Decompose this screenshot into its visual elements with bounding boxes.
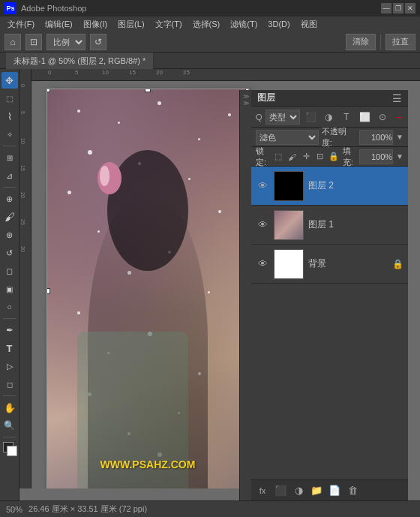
lock-position-btn[interactable]: ✛: [301, 149, 312, 164]
gradient-tool[interactable]: ▣: [2, 281, 18, 297]
toolbar: ✥ ⬚ ⌇ ✧ ⊞ ⊿ ⊕ 🖌 ⊛ ↺ ◻ ▣ ○ ✒ T ▷ ◻ ✋ 🔍: [0, 69, 20, 500]
menu-type[interactable]: 文字(T): [151, 17, 187, 32]
magic-wand-tool[interactable]: ✧: [2, 126, 18, 143]
straighten-button[interactable]: 拉直: [386, 34, 416, 50]
opacity-chevron[interactable]: ▼: [396, 133, 404, 141]
search-icon: Q: [256, 113, 262, 122]
add-layer-button[interactable]: 📄: [326, 482, 343, 499]
transform-handle-tl[interactable]: [46, 89, 50, 92]
crop-tool[interactable]: ⊞: [2, 149, 18, 166]
smart-filter-icon[interactable]: ⊙: [375, 110, 390, 125]
layer-1-visibility[interactable]: 👁: [256, 218, 269, 232]
document-tab-bar: 未标题-1 @ 50% (图层 2, RGB/8#) *: [0, 53, 420, 69]
canvas-image[interactable]: WWW.PSAHZ.COM: [46, 89, 249, 488]
menu-edit[interactable]: 编辑(E): [40, 17, 77, 32]
layer-item-1[interactable]: 👁 图层 1: [251, 206, 408, 245]
clear-button[interactable]: 清除: [346, 34, 376, 50]
pixel-filter-icon[interactable]: ⬛: [303, 110, 318, 125]
delete-layer-button[interactable]: 🗑: [344, 482, 361, 499]
divider: [3, 187, 16, 188]
adj-filter-icon[interactable]: ◑: [321, 110, 336, 125]
layer-item-bg[interactable]: 👁 背景 🔒: [251, 245, 408, 284]
document-tab[interactable]: 未标题-1 @ 50% (图层 2, RGB/8#) *: [6, 53, 154, 69]
menu-view[interactable]: 视图: [296, 17, 322, 32]
bg-visibility[interactable]: 👁: [256, 257, 269, 271]
fx-button[interactable]: fx: [254, 482, 271, 499]
divider: [3, 437, 16, 437]
opacity-input[interactable]: [359, 130, 393, 145]
home-button[interactable]: ⌂: [4, 34, 21, 50]
pen-tool[interactable]: ✒: [2, 322, 18, 338]
layers-title: 图层: [257, 92, 275, 104]
layer-1-thumbnail: [274, 210, 304, 240]
menu-select[interactable]: 选择(S): [188, 17, 225, 32]
brush-tool[interactable]: 🖌: [2, 209, 18, 225]
minimize-button[interactable]: —: [381, 3, 392, 14]
fill-label: 填充:: [343, 146, 356, 168]
lock-artboard-btn[interactable]: ⊡: [314, 149, 326, 164]
transform-button[interactable]: ⊡: [26, 34, 42, 50]
close-button[interactable]: ✕: [405, 3, 416, 14]
eyedropper-tool[interactable]: ⊿: [2, 167, 18, 184]
app-title: Adobe Photoshop: [21, 4, 376, 13]
rotate-button[interactable]: ↺: [90, 34, 106, 50]
marquee-tool[interactable]: ⬚: [2, 90, 18, 107]
layers-filter-row: Q 类型 ⬛ ◑ T ⬜ ⊙ →: [251, 107, 408, 128]
restore-button[interactable]: ❐: [393, 3, 404, 14]
canvas-dimensions: 26.46 厘米 × 33.51 厘米 (72 ppi): [28, 503, 147, 515]
transform-handle-tc[interactable]: [145, 89, 151, 92]
window-controls: — ❐ ✕: [381, 3, 416, 14]
fill-chevron[interactable]: ▼: [396, 152, 404, 161]
bg-name: 背景: [308, 257, 326, 270]
move-tool[interactable]: ✥: [2, 72, 18, 89]
add-group-button[interactable]: 📁: [308, 482, 325, 499]
panel-collapse[interactable]: ≫ ≫: [239, 90, 251, 500]
shape-filter-icon[interactable]: ⬜: [357, 110, 372, 125]
shape-tool[interactable]: ◻: [2, 376, 18, 392]
menu-3d[interactable]: 3D(D): [263, 17, 294, 32]
divider: [3, 395, 16, 396]
zoom-tool[interactable]: 🔍: [2, 417, 18, 434]
fill-input[interactable]: [359, 149, 393, 164]
lock-label: 锁定:: [256, 146, 269, 168]
path-select-tool[interactable]: ▷: [2, 358, 18, 374]
stamp-tool[interactable]: ⊛: [2, 227, 18, 243]
type-filter-icon[interactable]: T: [339, 110, 354, 125]
red-arrow-indicator: →: [393, 111, 404, 123]
layer-2-thumbnail: [274, 171, 304, 201]
menu-layer[interactable]: 图层(L): [113, 17, 148, 32]
divider: [3, 146, 16, 146]
lock-pixels-btn[interactable]: 🖌: [286, 149, 298, 164]
blend-mode-row: 滤色 不透明度: ▼: [251, 128, 408, 147]
hand-tool[interactable]: ✋: [2, 399, 18, 416]
app-icon: Ps: [4, 2, 16, 14]
options-bar: ⌂ ⊡ 比例 ↺ 清除 拉直: [0, 32, 420, 53]
layer-item-2[interactable]: 👁 图层 2: [251, 167, 408, 206]
layer-2-visibility[interactable]: 👁: [256, 179, 269, 193]
lock-all-btn[interactable]: 🔒: [328, 149, 340, 164]
add-mask-button[interactable]: ⬛: [272, 482, 289, 499]
status-bar: 50% 26.46 厘米 × 33.51 厘米 (72 ppi): [0, 500, 420, 517]
menu-file[interactable]: 文件(F): [3, 17, 39, 32]
bg-lock-icon: 🔒: [392, 259, 404, 269]
panel-bottom-toolbar: fx ⬛ ◑ 📁 📄 🗑: [251, 479, 408, 500]
heal-tool[interactable]: ⊕: [2, 191, 18, 207]
ratio-select[interactable]: 比例: [46, 34, 86, 50]
text-tool[interactable]: T: [2, 340, 18, 356]
menu-filter[interactable]: 滤镜(T): [226, 17, 262, 32]
foreground-color[interactable]: [2, 440, 18, 457]
menu-image[interactable]: 图像(I): [79, 17, 112, 32]
blend-mode-select[interactable]: 滤色: [256, 130, 319, 145]
lock-transparent-btn[interactable]: ⬚: [272, 149, 284, 164]
canvas-area: 0 5 10 15 20 25 0 5 10 15 20 25 30: [20, 69, 420, 500]
history-tool[interactable]: ↺: [2, 245, 18, 261]
lasso-tool[interactable]: ⌇: [2, 108, 18, 125]
layer-1-name: 图层 1: [308, 218, 334, 231]
transform-handle-ml[interactable]: [46, 288, 50, 294]
eraser-tool[interactable]: ◻: [2, 263, 18, 279]
type-filter-select[interactable]: 类型: [266, 110, 300, 125]
lock-row: 锁定: ⬚ 🖌 ✛ ⊡ 🔒 填充: ▼: [251, 147, 408, 167]
panel-menu-button[interactable]: ☰: [392, 92, 402, 104]
add-adjustment-button[interactable]: ◑: [290, 482, 307, 499]
dodge-tool[interactable]: ○: [2, 299, 18, 315]
